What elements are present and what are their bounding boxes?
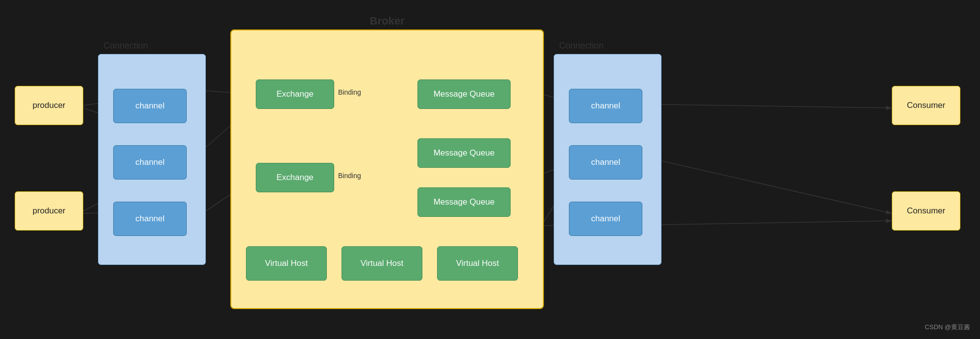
watermark: CSDN @黄豆酱 bbox=[925, 323, 970, 332]
connection-right-box: Connection channel channel channel bbox=[554, 54, 662, 265]
message-queue-2: Message Queue bbox=[417, 138, 511, 168]
broker-box: Broker Exchange Exchange Message Queue M… bbox=[230, 29, 544, 309]
connection-right-label: Connection bbox=[559, 41, 604, 51]
connection-left-label: Connection bbox=[103, 41, 148, 51]
producer-box-1: producer bbox=[15, 86, 83, 125]
virtual-host-2: Virtual Host bbox=[342, 246, 422, 281]
channel-left-2: channel bbox=[113, 145, 187, 180]
exchange-2-label: Exchange bbox=[276, 173, 314, 183]
diagram: producer producer Connection channel cha… bbox=[0, 0, 980, 339]
channel-right-2-label: channel bbox=[591, 157, 620, 167]
vh-2-label: Virtual Host bbox=[361, 259, 404, 268]
channel-left-3-label: channel bbox=[135, 214, 165, 224]
channel-left-1: channel bbox=[113, 89, 187, 123]
channel-right-3-label: channel bbox=[591, 214, 620, 224]
virtual-host-1: Virtual Host bbox=[246, 246, 327, 281]
channel-right-1-label: channel bbox=[591, 101, 620, 111]
vh-1-label: Virtual Host bbox=[265, 259, 308, 268]
mq-2-label: Message Queue bbox=[434, 148, 495, 158]
exchange-1: Exchange bbox=[256, 79, 334, 109]
producer-2-label: producer bbox=[32, 206, 65, 216]
svg-line-17 bbox=[662, 221, 892, 225]
exchange-2: Exchange bbox=[256, 163, 334, 192]
channel-left-3: channel bbox=[113, 202, 187, 236]
producer-1-label: producer bbox=[32, 101, 65, 110]
channel-left-1-label: channel bbox=[135, 101, 165, 111]
consumer-2-label: Consumer bbox=[907, 206, 945, 216]
consumer-1-label: Consumer bbox=[907, 101, 945, 110]
binding-label-1: Binding bbox=[338, 88, 361, 96]
channel-right-1: channel bbox=[569, 89, 642, 123]
consumer-box-1: Consumer bbox=[892, 86, 960, 125]
channel-right-3: channel bbox=[569, 202, 642, 236]
exchange-1-label: Exchange bbox=[276, 89, 314, 99]
broker-label: Broker bbox=[370, 15, 405, 27]
svg-line-16 bbox=[662, 161, 892, 213]
vh-3-label: Virtual Host bbox=[456, 259, 499, 268]
producer-box-2: producer bbox=[15, 191, 83, 231]
message-queue-1: Message Queue bbox=[417, 79, 511, 109]
binding-label-2: Binding bbox=[338, 172, 361, 180]
connection-left-box: Connection channel channel channel bbox=[98, 54, 206, 265]
message-queue-3: Message Queue bbox=[417, 187, 511, 217]
mq-3-label: Message Queue bbox=[434, 197, 495, 207]
svg-line-15 bbox=[662, 104, 892, 108]
channel-left-2-label: channel bbox=[135, 157, 165, 167]
channel-right-2: channel bbox=[569, 145, 642, 180]
consumer-box-2: Consumer bbox=[892, 191, 960, 231]
virtual-host-3: Virtual Host bbox=[437, 246, 518, 281]
mq-1-label: Message Queue bbox=[434, 89, 495, 99]
